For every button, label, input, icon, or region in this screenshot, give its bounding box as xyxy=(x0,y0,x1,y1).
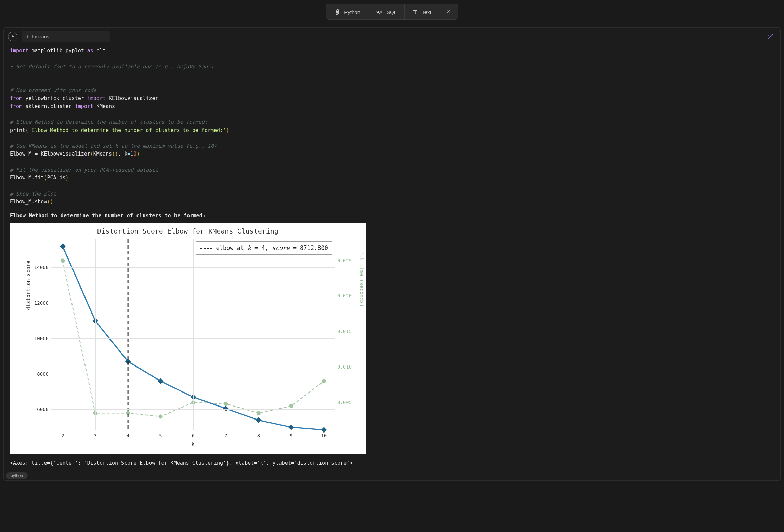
python-icon xyxy=(334,9,341,15)
magic-wand-icon xyxy=(767,36,774,41)
identifier: KElbowVisualizer xyxy=(41,151,90,157)
keyword: import xyxy=(75,103,93,109)
module: matplotlib.pyplot xyxy=(31,48,84,54)
identifier: KMeans xyxy=(93,151,112,157)
ai-assist-button[interactable] xyxy=(767,32,774,41)
x-tick: 7 xyxy=(224,432,227,439)
y-tick-left: 8000 xyxy=(37,370,49,377)
add-text-label: Text xyxy=(422,9,431,15)
output-chart: Distortion Score Elbow for KMeans Cluste… xyxy=(10,223,366,454)
cell-output: Elbow Method to determine the number of … xyxy=(4,212,780,471)
string: 'Elbow Method to determine the number of… xyxy=(28,127,226,133)
number: 10 xyxy=(130,151,136,157)
keyword: from xyxy=(10,95,22,102)
y-axis-label-left: distortion score xyxy=(25,261,32,310)
y-tick-left: 14000 xyxy=(34,264,49,271)
module: yellowbrick.cluster xyxy=(25,95,84,102)
add-sql-button[interactable]: SQL SQL xyxy=(368,4,405,19)
keyword: from xyxy=(10,103,22,109)
y-tick-right: 0.025 xyxy=(337,257,352,264)
x-tick: 8 xyxy=(257,432,260,439)
y-tick-right: 0.015 xyxy=(337,328,352,335)
stdout-line: Elbow Method to determine the number of … xyxy=(10,212,774,220)
comment: # Use KMeans as the model and set k to t… xyxy=(10,143,217,149)
svg-point-0 xyxy=(337,10,337,10)
language-badge[interactable]: python xyxy=(6,472,28,479)
alias: plt xyxy=(96,48,106,54)
keyword: import xyxy=(10,48,28,54)
comment: # Fit the visualizer on your PCA-reduced… xyxy=(10,167,158,173)
svg-point-1 xyxy=(338,13,338,14)
identifier: Elbow_M xyxy=(10,151,31,157)
repr-output: <Axes: title={'center': 'Distortion Scor… xyxy=(10,459,774,467)
method: Elbow_M.fit xyxy=(10,175,44,181)
toolbar-group: Python SQL SQL Text xyxy=(326,4,458,20)
comment: # Set default font to a commonly availab… xyxy=(10,64,214,70)
chart-legend: elbow at k = 4, score = 8712.800 xyxy=(196,241,332,255)
comment: # Elbow Method to determine the number o… xyxy=(10,119,208,125)
y-tick-right: 0.010 xyxy=(337,363,352,370)
cell-name-input[interactable] xyxy=(22,31,110,42)
x-tick: 10 xyxy=(321,432,327,439)
x-tick: 9 xyxy=(290,432,292,439)
module: sklearn.cluster xyxy=(25,103,71,109)
method: Elbow_M.show xyxy=(10,199,47,205)
comment: # Now proceed with your code xyxy=(10,87,96,93)
kwarg: k xyxy=(124,151,127,157)
chart-title: Distortion Score Elbow for KMeans Cluste… xyxy=(10,223,366,236)
notebook-cell: import matplotlib.pyplot as plt # Set de… xyxy=(3,27,781,481)
close-icon xyxy=(446,9,451,15)
chart-plot-area: elbow at k = 4, score = 8712.800 distort… xyxy=(51,239,335,430)
y-tick-left: 6000 xyxy=(37,406,49,413)
x-axis-label: k xyxy=(191,440,195,449)
x-tick: 6 xyxy=(192,432,195,439)
identifier: KElbowVisualizer xyxy=(109,95,158,102)
text-icon xyxy=(412,9,418,15)
run-cell-button[interactable] xyxy=(8,32,17,41)
code-editor[interactable]: import matplotlib.pyplot as plt # Set de… xyxy=(4,45,780,212)
x-tick: 2 xyxy=(61,432,64,439)
identifier: KMeans xyxy=(96,103,115,109)
add-python-label: Python xyxy=(344,9,360,15)
add-text-button[interactable]: Text xyxy=(405,4,439,19)
add-python-button[interactable]: Python xyxy=(326,4,368,19)
cell-header xyxy=(4,28,780,45)
x-tick: 5 xyxy=(159,432,162,439)
y-tick-left: 12000 xyxy=(34,300,49,307)
identifier: PCA_ds xyxy=(47,175,65,181)
keyword: as xyxy=(87,48,93,54)
close-toolbar-button[interactable] xyxy=(439,4,458,19)
y-tick-right: 0.020 xyxy=(337,292,352,300)
legend-text: elbow at k = 4, score = 8712.800 xyxy=(216,244,328,253)
y-tick-left: 10000 xyxy=(34,335,49,342)
x-tick: 3 xyxy=(94,432,96,439)
y-tick-right: 0.005 xyxy=(337,399,352,406)
play-icon xyxy=(11,34,15,39)
add-sql-label: SQL xyxy=(387,9,397,15)
function: print xyxy=(10,127,25,133)
x-tick: 4 xyxy=(127,432,129,439)
operator: = xyxy=(31,151,41,157)
cell-type-toolbar: Python SQL SQL Text xyxy=(0,0,784,24)
keyword: import xyxy=(87,95,106,102)
legend-dash-icon xyxy=(200,248,212,249)
comment: # Show the plot xyxy=(10,191,56,197)
sql-icon: SQL xyxy=(376,10,383,14)
y-axis-label-right: fit time (seconds) xyxy=(358,251,366,307)
